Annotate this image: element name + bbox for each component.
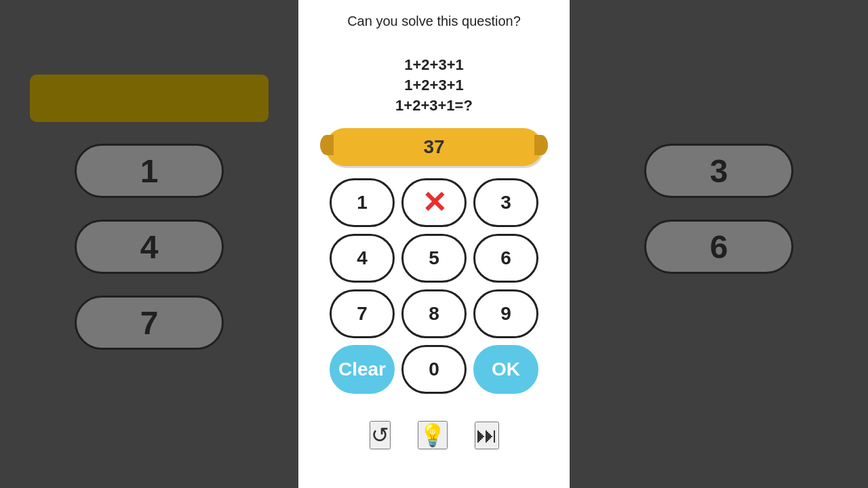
bg-left-btn-1: 1 — [75, 144, 224, 198]
btn-6[interactable]: 6 — [473, 234, 538, 283]
equation-line-3: 1+2+3+1=? — [395, 97, 473, 115]
btn-clear[interactable]: Clear — [330, 345, 395, 394]
hint-icon: 💡 — [419, 423, 446, 447]
bg-left-panel: 1 4 7 — [0, 0, 298, 488]
screen-container: 1 4 7 Can you solve this question? 1+2+3… — [0, 0, 868, 488]
bg-gold-bar — [30, 75, 269, 122]
retry-icon: ↺ — [371, 423, 389, 447]
hint-button[interactable]: 💡 — [418, 421, 448, 449]
center-modal: Can you solve this question? 1+2+3+1 1+2… — [298, 0, 570, 488]
bg-left-content: 1 4 7 — [0, 54, 298, 350]
btn-8[interactable]: 8 — [401, 289, 467, 338]
btn-4[interactable]: 4 — [330, 234, 395, 283]
equation-line-2: 1+2+3+1 — [404, 77, 463, 94]
bg-right-content: 3 6 — [570, 54, 868, 274]
x-icon: ✕ — [422, 188, 447, 218]
btn-0[interactable]: 0 — [401, 345, 467, 394]
btn-9[interactable]: 9 — [473, 289, 538, 338]
bg-right-btn-6: 6 — [644, 220, 793, 274]
skip-icon: ⏭ — [476, 423, 498, 447]
btn-5[interactable]: 5 — [401, 234, 467, 283]
btn-1[interactable]: 1 — [330, 178, 395, 227]
equation-line-1: 1+2+3+1 — [404, 56, 463, 74]
btn-delete[interactable]: ✕ — [401, 178, 467, 227]
bg-right-btn-3: 3 — [644, 144, 793, 198]
numpad: 1 ✕ 3 4 5 6 7 8 — [330, 178, 538, 394]
btn-ok[interactable]: OK — [473, 345, 538, 394]
math-equations: 1+2+3+1 1+2+3+1 1+2+3+1=? — [395, 56, 473, 115]
skip-button[interactable]: ⏭ — [475, 422, 499, 449]
bg-right-panel: 3 6 — [570, 0, 868, 488]
answer-display: 37 — [326, 128, 542, 166]
question-title: Can you solve this question? — [347, 14, 521, 29]
retry-button[interactable]: ↺ — [370, 421, 391, 449]
bottom-toolbar: ↺ 💡 ⏭ — [370, 414, 499, 449]
btn-7[interactable]: 7 — [330, 289, 395, 338]
answer-value: 37 — [423, 136, 444, 158]
btn-3[interactable]: 3 — [473, 178, 538, 227]
bg-left-btn-4: 4 — [75, 220, 224, 274]
bg-left-btn-7: 7 — [75, 296, 224, 350]
